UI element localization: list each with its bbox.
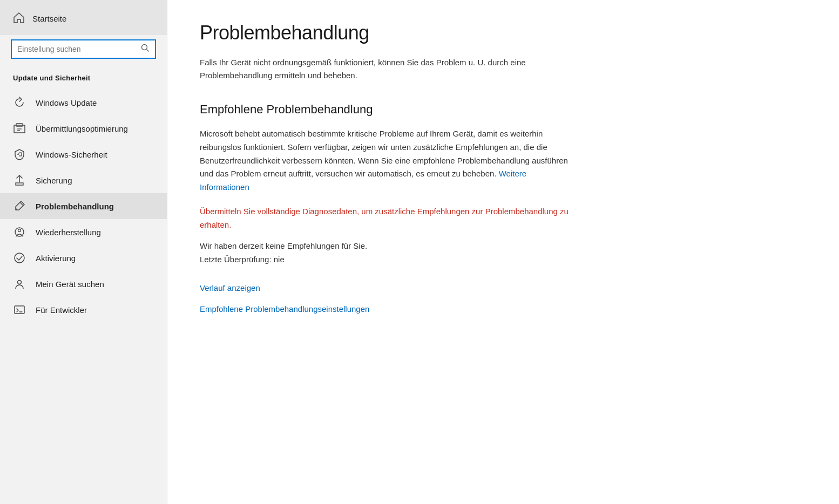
wiederherstellung-icon bbox=[13, 226, 26, 238]
sidebar-item-sicherung[interactable]: Sicherung bbox=[0, 167, 167, 193]
search-input[interactable] bbox=[17, 45, 139, 53]
last-check: Letzte Überprüfung: nie bbox=[200, 255, 807, 264]
empfohlene-einstellungen-link[interactable]: Empfohlene Problembehandlungseinstellung… bbox=[200, 304, 807, 314]
section-title: Update und Sicherheit bbox=[0, 69, 167, 90]
svg-point-0 bbox=[142, 45, 147, 50]
status-text: Wir haben derzeit keine Empfehlungen für… bbox=[200, 241, 807, 250]
sidebar-item-windows-sicherheit[interactable]: Windows-Sicherheit bbox=[0, 141, 167, 167]
warning-text[interactable]: Übermitteln Sie vollständige Diagnosedat… bbox=[200, 205, 578, 232]
uebermittlungsoptimierung-label: Übermittlungsoptimierung bbox=[36, 124, 128, 133]
sidebar-item-wiederherstellung[interactable]: Wiederherstellung bbox=[0, 219, 167, 245]
sidebar-item-mein-geraet-suchen[interactable]: Mein Gerät suchen bbox=[0, 271, 167, 297]
svg-point-15 bbox=[15, 253, 24, 263]
page-title: Problembehandlung bbox=[200, 22, 807, 44]
problembehandlung-icon bbox=[13, 200, 26, 212]
search-container bbox=[0, 35, 167, 69]
uebermittlungsoptimierung-icon bbox=[13, 122, 26, 134]
verlauf-anzeigen-link[interactable]: Verlauf anzeigen bbox=[200, 283, 807, 292]
sidebar-item-startseite[interactable]: Startseite bbox=[0, 0, 167, 35]
sidebar-item-problembehandlung[interactable]: Problembehandlung bbox=[0, 193, 167, 219]
svg-rect-17 bbox=[15, 306, 24, 314]
svg-point-14 bbox=[18, 229, 21, 232]
mein-geraet-suchen-label: Mein Gerät suchen bbox=[36, 280, 104, 289]
svg-point-16 bbox=[18, 281, 22, 284]
wiederherstellung-label: Wiederherstellung bbox=[36, 228, 101, 237]
last-check-label: Letzte Überprüfung: bbox=[200, 255, 272, 264]
problembehandlung-label: Problembehandlung bbox=[36, 202, 114, 211]
windows-sicherheit-icon bbox=[13, 148, 26, 160]
sidebar-item-windows-update[interactable]: Windows Update bbox=[0, 90, 167, 115]
windows-sicherheit-label: Windows-Sicherheit bbox=[36, 150, 107, 159]
home-icon bbox=[13, 12, 25, 25]
sidebar-item-aktivierung[interactable]: Aktivierung bbox=[0, 245, 167, 271]
windows-update-label: Windows Update bbox=[36, 98, 97, 107]
search-button[interactable] bbox=[141, 44, 150, 55]
windows-update-icon bbox=[13, 97, 26, 108]
main-content: Problembehandlung Falls Ihr Gerät nicht … bbox=[167, 0, 839, 504]
svg-point-12 bbox=[16, 209, 17, 210]
sidebar: Startseite Update und Sicherheit Windows… bbox=[0, 0, 167, 504]
sicherung-label: Sicherung bbox=[36, 176, 72, 185]
section-heading: Empfohlene Problembehandlung bbox=[200, 103, 807, 117]
mein-geraet-suchen-icon bbox=[13, 278, 26, 290]
sicherung-icon bbox=[13, 174, 26, 186]
startseite-label: Startseite bbox=[32, 14, 66, 23]
svg-line-1 bbox=[147, 50, 149, 52]
search-box[interactable] bbox=[11, 39, 156, 59]
intro-text: Falls Ihr Gerät nicht ordnungsgemäß funk… bbox=[200, 56, 567, 82]
sidebar-item-fuer-entwickler[interactable]: Für Entwickler bbox=[0, 297, 167, 323]
aktivierung-label: Aktivierung bbox=[36, 254, 76, 263]
fuer-entwickler-icon bbox=[13, 304, 26, 316]
fuer-entwickler-label: Für Entwickler bbox=[36, 305, 87, 315]
body-text-1: Microsoft behebt automatisch bestimmte k… bbox=[200, 127, 578, 194]
last-check-value: nie bbox=[274, 255, 285, 264]
aktivierung-icon bbox=[13, 252, 26, 264]
sidebar-item-uebermittlungsoptimierung[interactable]: Übermittlungsoptimierung bbox=[0, 115, 167, 141]
